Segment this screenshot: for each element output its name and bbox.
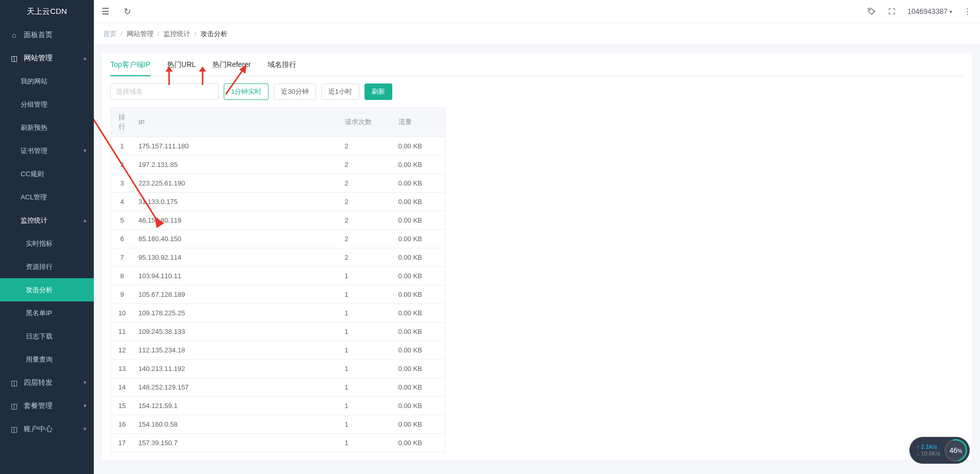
cell-rank: 16 <box>111 415 134 434</box>
nav-cc-rules[interactable]: CC规则 <box>0 162 94 185</box>
cell-ip: 85.160.40.150 <box>134 230 340 248</box>
nav-acl-label: ACL管理 <box>21 193 47 202</box>
table-row: 13140.213.11.19210.00 KB <box>111 360 445 378</box>
cell-ip: 109.245.38.133 <box>134 323 340 341</box>
cube-icon: ◫ <box>9 425 19 433</box>
filter-bar: 选择域名 1分钟实时 近30分钟 近1小时 刷新 <box>110 83 964 100</box>
cell-traffic: 0.00 KB <box>393 193 445 211</box>
network-widget[interactable]: ↑ 2.1K/s ↓ 10.6K/s 46% <box>909 437 970 464</box>
cell-rank: 9 <box>111 285 134 304</box>
time-30m-button[interactable]: 近30分钟 <box>274 83 315 100</box>
nav-usage-label: 用量查询 <box>26 355 53 364</box>
user-dropdown[interactable]: 1046943387 ▾ <box>907 7 952 15</box>
cell-ip: 157.39.150.7 <box>134 434 340 452</box>
time-1m-button[interactable]: 1分钟实时 <box>224 83 269 100</box>
table-row: 9105.67.128.18910.00 KB <box>111 285 445 304</box>
table-row: 3223.225.61.19020.00 KB <box>111 174 445 193</box>
cell-ip: 103.94.110.11 <box>134 267 340 285</box>
chevron-down-icon: ▾ <box>84 147 87 154</box>
fullscreen-icon[interactable] <box>888 7 896 15</box>
chevron-up-icon: ▴ <box>84 55 87 61</box>
download-speed: ↓ 10.6K/s <box>917 450 940 457</box>
nav-dashboard-label: 面板首页 <box>24 30 53 40</box>
th-traffic: 流量 <box>393 108 445 137</box>
content-panel: Top客户端IP 热门URL 热门Referer 域名排行 选择域名 1分钟实时… <box>102 53 972 460</box>
cell-traffic: 0.00 KB <box>393 137 445 156</box>
breadcrumb-sep: / <box>121 30 123 38</box>
breadcrumb-monitor[interactable]: 监控统计 <box>163 29 190 39</box>
nav-account[interactable]: ◫ 账户中心 ▾ <box>0 417 94 441</box>
cell-traffic: 0.00 KB <box>393 211 445 230</box>
cell-rank: 11 <box>111 323 134 341</box>
nav-my-sites[interactable]: 我的网站 <box>0 70 94 93</box>
nav-site-label: 网站管理 <box>24 54 53 63</box>
nav-site-management[interactable]: ◫ 网站管理 ▴ <box>0 46 94 70</box>
nav-groups[interactable]: 分组管理 <box>0 93 94 116</box>
tab-hot-url[interactable]: 热门URL <box>167 60 196 76</box>
nav-resource-label: 资源排行 <box>26 262 53 272</box>
tab-client-ip[interactable]: Top客户端IP <box>110 60 151 76</box>
cell-traffic: 0.00 KB <box>393 415 445 434</box>
more-icon[interactable]: ⋮ <box>964 7 972 16</box>
nav-realtime[interactable]: 实时指标 <box>0 232 94 255</box>
domain-select[interactable]: 选择域名 <box>110 83 219 100</box>
nav-dashboard[interactable]: ⌂ 面板首页 <box>0 23 94 46</box>
sidebar: 天上云CDN ⌂ 面板首页 ◫ 网站管理 ▴ 我的网站 分组管理 刷新预热 证书… <box>0 0 94 474</box>
cell-ip: 112.135.234.18 <box>134 341 340 360</box>
th-requests: 请求次数 <box>340 108 393 137</box>
nav-resource-rank[interactable]: 资源排行 <box>0 255 94 278</box>
cell-requests: 1 <box>340 285 393 304</box>
chevron-down-icon: ▾ <box>84 402 87 409</box>
nav-package[interactable]: ◫ 套餐管理 ▾ <box>0 394 94 417</box>
topbar: ☰ ↻ 1046943387 ▾ ⋮ <box>94 0 980 23</box>
nav-logs[interactable]: 日志下载 <box>0 325 94 348</box>
cell-traffic: 0.00 KB <box>393 304 445 323</box>
cell-requests: 1 <box>340 397 393 415</box>
usage-unit: % <box>957 448 962 454</box>
tab-domain-rank[interactable]: 域名排行 <box>268 60 296 76</box>
nav-cert[interactable]: 证书管理 ▾ <box>0 139 94 162</box>
table-row: 795.130.92.11420.00 KB <box>111 248 445 267</box>
svg-point-0 <box>869 9 870 10</box>
nav-package-label: 套餐管理 <box>24 401 53 411</box>
cell-rank: 6 <box>111 230 134 248</box>
chevron-down-icon: ▾ <box>84 379 87 386</box>
table-row: 1175.157.111.18020.00 KB <box>111 137 445 156</box>
breadcrumb-current: 攻击分析 <box>201 29 227 39</box>
nav-usage[interactable]: 用量查询 <box>0 348 94 371</box>
nav-attack-label: 攻击分析 <box>26 285 53 295</box>
cell-rank: 10 <box>111 304 134 323</box>
reload-icon[interactable]: ↻ <box>124 6 131 17</box>
breadcrumb-site[interactable]: 网站管理 <box>127 29 154 39</box>
tab-hot-referer[interactable]: 热门Referer <box>212 60 251 76</box>
nav-refresh-preheat[interactable]: 刷新预热 <box>0 116 94 139</box>
cell-ip: 109.178.225.25 <box>134 304 340 323</box>
nav-attack-analysis[interactable]: 攻击分析 <box>0 278 94 301</box>
hamburger-icon[interactable]: ☰ <box>102 6 109 17</box>
main-area: ☰ ↻ 1046943387 ▾ ⋮ 首页 / 网站管理 / 监控统计 / 攻击… <box>94 0 980 474</box>
nav-acl[interactable]: ACL管理 <box>0 185 94 209</box>
table-row: 10109.178.225.2510.00 KB <box>111 304 445 323</box>
table-row: 14148.252.129.15710.00 KB <box>111 378 445 397</box>
cell-traffic: 0.00 KB <box>393 323 445 341</box>
chevron-up-icon: ▴ <box>84 217 87 224</box>
nav-layer4[interactable]: ◫ 四层转发 ▾ <box>0 371 94 394</box>
user-id-label: 1046943387 <box>907 7 948 15</box>
table-row: 546.150.80.11920.00 KB <box>111 211 445 230</box>
refresh-button[interactable]: 刷新 <box>364 83 392 100</box>
nav-realtime-label: 实时指标 <box>26 239 53 248</box>
breadcrumb-home[interactable]: 首页 <box>103 29 117 39</box>
nav-blacklist[interactable]: 黑名单IP <box>0 301 94 325</box>
table-row: 17157.39.150.710.00 KB <box>111 434 445 452</box>
nav-monitor-label: 监控统计 <box>21 216 47 225</box>
cell-ip: 31.133.0.175 <box>134 193 340 211</box>
tag-icon[interactable] <box>867 7 876 16</box>
cell-requests: 2 <box>340 193 393 211</box>
brand-logo: 天上云CDN <box>0 0 94 23</box>
th-rank: 排行 <box>111 108 134 137</box>
nav-monitor[interactable]: 监控统计 ▴ <box>0 209 94 232</box>
time-1h-button[interactable]: 近1小时 <box>321 83 359 100</box>
usage-circle: 46% <box>944 439 967 462</box>
table-row: 8103.94.110.1110.00 KB <box>111 267 445 285</box>
breadcrumb-sep: / <box>194 30 196 38</box>
